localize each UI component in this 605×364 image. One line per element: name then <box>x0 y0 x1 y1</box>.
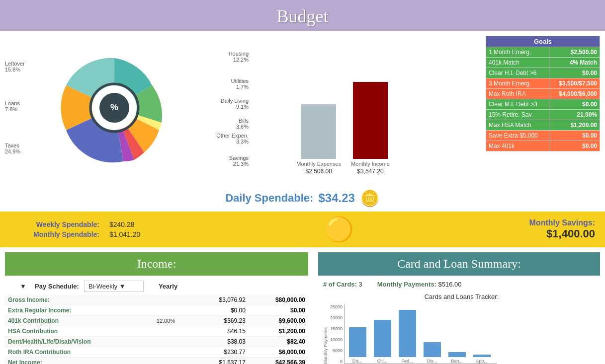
label-utilities: Utilities 1.7% <box>231 78 249 90</box>
goal-value: 4% Match <box>549 58 600 68</box>
center-coin-icon: 🟡 <box>324 216 354 243</box>
cards-chart-area: Cards and Loans Tracker: Monthly Payment… <box>318 293 600 364</box>
income-row-pct <box>154 337 194 347</box>
goals-table: Goals 1 Month Emerg. $2,500.00 401k Matc… <box>486 36 600 151</box>
income-row-pct <box>154 305 194 316</box>
weekly-spendable-value: $240.28 <box>109 220 149 228</box>
income-row-yearly: $82.40 <box>249 337 308 347</box>
income-row-name: Extra Regular Income: <box>5 305 154 316</box>
income-row-yearly: $42,566.39 <box>249 358 308 364</box>
y-axis-tick: 15000 <box>330 326 343 331</box>
monthly-spendable-label: Monthly Spendable: <box>10 230 99 238</box>
income-row-yearly: $80,000.00 <box>249 295 308 305</box>
income-row-pct: 12.00% <box>154 316 194 326</box>
bar-income-value: $3,547.20 <box>357 168 383 175</box>
bar-income: Monthly Income $3,547.20 <box>351 82 390 175</box>
income-row-pct <box>154 295 194 305</box>
monthly-payments-value: $516.00 <box>438 281 462 288</box>
dropdown-arrow-icon: ▼ <box>119 283 126 290</box>
chart-bar-label: Citi... <box>372 359 392 364</box>
bar-expenses-value: $2,506.00 <box>305 168 332 175</box>
top-section: % Leftover 15.8% Loans 7.8% Taxes 24.9% <box>0 31 605 185</box>
chart-bar-item: Dis... <box>347 327 367 364</box>
goal-name: 1 Month Emerg. <box>486 47 549 58</box>
monthly-savings-value: $1,400.00 <box>529 227 595 240</box>
chart-bar-label: Dis... <box>422 359 442 364</box>
weekly-spendable-label: Weekly Spendable: <box>10 220 99 228</box>
goal-name: Max 401k <box>486 141 549 151</box>
goal-value: $2,500.00 <box>549 47 600 58</box>
income-row-amount: $0.00 <box>194 305 249 316</box>
label-housing: Housing 12.2% <box>229 51 249 63</box>
pay-schedule-dropdown[interactable]: Bi-Weekly ▼ <box>84 281 144 292</box>
income-row-amount: $46.15 <box>194 326 249 337</box>
dropdown-toggle[interactable]: ▼ <box>20 283 30 290</box>
chart-bar-rect <box>424 342 441 357</box>
goal-name: 401k Match <box>486 58 549 68</box>
goal-value: $3,500/$7,500 <box>549 78 600 89</box>
income-row-amount: $38.03 <box>194 337 249 347</box>
yearly-label: Yearly <box>159 283 177 290</box>
income-row-amount: $369.23 <box>194 316 249 326</box>
chart-bar-item: Citi... <box>372 320 392 364</box>
chart-bar-label: Fed... <box>397 359 417 364</box>
goal-value: $0.00 <box>549 141 600 151</box>
pie-chart-area: % Leftover 15.8% Loans 7.8% Taxes 24.9% <box>5 36 283 180</box>
bar-expenses-label: Monthly Expenses <box>296 161 341 167</box>
app-title: Budget <box>277 6 329 26</box>
main-content: % Leftover 15.8% Loans 7.8% Taxes 24.9% <box>0 31 605 364</box>
bar-income-rect <box>353 82 388 159</box>
chart-bar-rect <box>374 320 391 357</box>
label-leftover: Leftover 15.8% <box>5 61 25 73</box>
y-axis-tick: 20000 <box>330 315 343 320</box>
label-savings: Savings 21.3% <box>229 155 249 167</box>
income-row-yearly: $9,600.00 <box>249 316 308 326</box>
chart-bar-label: Ban... <box>447 359 467 364</box>
monthly-savings-area: Monthly Savings: $1,400.00 <box>529 218 595 240</box>
pie-chart-wrapper: % Leftover 15.8% Loans 7.8% Taxes 24.9% <box>5 36 254 180</box>
monthly-row: Monthly Spendable: $1,041.20 <box>10 230 149 238</box>
income-row-yearly: $0.00 <box>249 305 308 316</box>
chart-bar-label: Dis... <box>347 359 367 364</box>
goal-name: Clear H.I. Debt >6 <box>486 68 549 78</box>
income-row-pct <box>154 358 194 364</box>
income-section: Income: ▼ Pay Schedule: Bi-Weekly ▼ Year… <box>5 252 308 364</box>
pie-center-text: % <box>110 102 118 112</box>
income-row-yearly: $6,000.00 <box>249 347 308 358</box>
chart-bar-item: Ban... <box>447 352 467 364</box>
income-row-pct <box>154 347 194 358</box>
app-header: Budget <box>0 0 605 31</box>
goals-title: Goals <box>486 36 600 47</box>
goal-name: Max HSA Match <box>486 120 549 131</box>
monthly-payments-stat: Monthly Payments: $516.00 <box>377 281 462 288</box>
income-row-amount: $3,076.92 <box>194 295 249 305</box>
cards-header: Card and Loan Summary: <box>318 252 600 276</box>
goal-name: Save Extra $5,000 <box>486 131 549 141</box>
income-row-pct <box>154 326 194 337</box>
income-table: Gross Income: $3,076.92 $80,000.00 Extra… <box>5 295 308 364</box>
monthly-spendable-value: $1,041.20 <box>109 230 149 238</box>
pie-chart-svg: % <box>35 38 194 177</box>
goal-name: 3 Month Emerg. <box>486 78 549 89</box>
goal-name: Max Roth IRA <box>486 89 549 99</box>
label-taxes: Taxes 24.9% <box>5 143 20 154</box>
y-axis-tick: 25000 <box>330 304 343 309</box>
num-cards-label: # of Cards: <box>323 281 357 288</box>
card-section: Card and Loan Summary: # of Cards: 3 Mon… <box>308 252 600 364</box>
goals-area: Goals 1 Month Emerg. $2,500.00 401k Matc… <box>486 36 600 180</box>
chart-bars: Dis...Citi...Fed...Dis...Ban...App... <box>345 304 497 364</box>
coin-stack-icon: 🪙 <box>360 189 380 208</box>
goal-value: $0.00 <box>549 68 600 78</box>
goal-value: $0.00 <box>549 99 600 110</box>
pay-schedule-value: Bi-Weekly <box>88 283 117 290</box>
chart-bar-item: Fed... <box>397 310 417 364</box>
income-row-amount: $1,637.17 <box>194 358 249 364</box>
card-stats: # of Cards: 3 Monthly Payments: $516.00 <box>318 281 600 288</box>
pay-schedule-label: Pay Schedule: <box>35 283 79 290</box>
chart-bar-rect <box>448 352 466 357</box>
y-axis-tick: 10000 <box>330 337 343 342</box>
bars-container: Monthly Expenses $2,506.00 Monthly Incom… <box>296 95 390 175</box>
chart-bar-rect <box>349 327 366 357</box>
chart-bar-item: Dis... <box>422 342 442 364</box>
label-other: Other Expen. 3.3% <box>216 133 249 145</box>
